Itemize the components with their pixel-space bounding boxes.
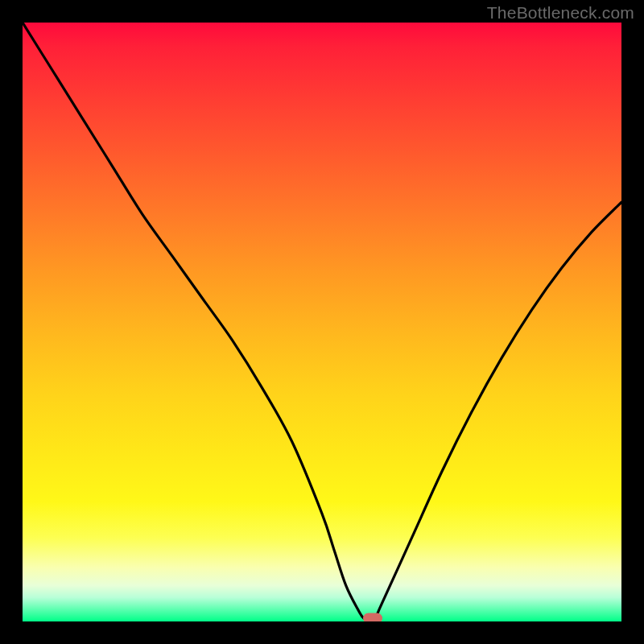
chart-frame: TheBottleneck.com <box>0 0 644 644</box>
plot-area <box>23 23 621 621</box>
bottleneck-curve <box>23 23 621 621</box>
watermark-text: TheBottleneck.com <box>487 3 634 23</box>
minimum-marker <box>363 613 382 622</box>
